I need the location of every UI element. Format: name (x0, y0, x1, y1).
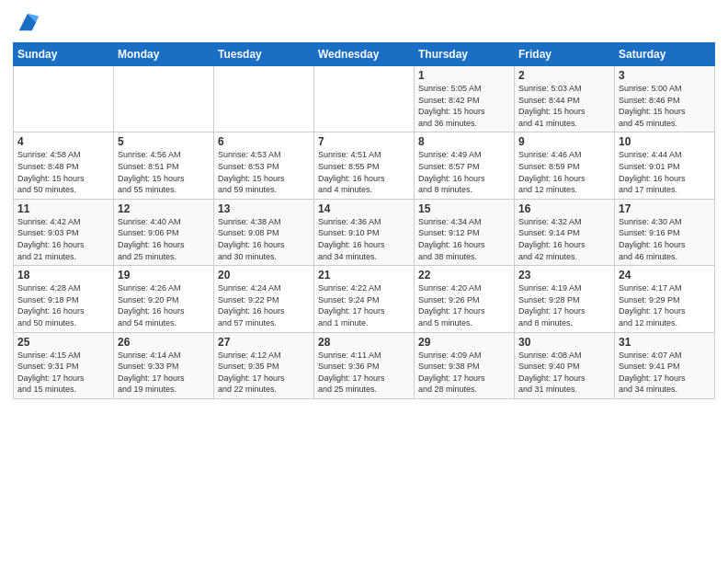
calendar-table: SundayMondayTuesdayWednesdayThursdayFrid… (13, 42, 715, 399)
calendar-body: 1Sunrise: 5:05 AMSunset: 8:42 PMDaylight… (14, 66, 715, 399)
week-row-0: 1Sunrise: 5:05 AMSunset: 8:42 PMDaylight… (14, 66, 715, 132)
day-number: 25 (17, 336, 109, 349)
day-info: Sunrise: 4:44 AMSunset: 9:01 PMDaylight:… (619, 149, 711, 195)
day-number: 23 (518, 269, 610, 282)
day-info: Sunrise: 4:58 AMSunset: 8:48 PMDaylight:… (17, 149, 109, 195)
day-info: Sunrise: 4:11 AMSunset: 9:36 PMDaylight:… (318, 350, 410, 396)
day-info: Sunrise: 4:28 AMSunset: 9:18 PMDaylight:… (17, 282, 109, 328)
day-info: Sunrise: 4:49 AMSunset: 8:57 PMDaylight:… (418, 149, 510, 195)
day-info: Sunrise: 4:36 AMSunset: 9:10 PMDaylight:… (318, 216, 410, 262)
day-info: Sunrise: 4:56 AMSunset: 8:51 PMDaylight:… (118, 149, 210, 195)
day-cell: 2Sunrise: 5:03 AMSunset: 8:44 PMDaylight… (515, 66, 615, 132)
day-number: 2 (518, 69, 610, 82)
day-cell (214, 66, 314, 132)
day-cell: 17Sunrise: 4:30 AMSunset: 9:16 PMDayligh… (615, 199, 715, 265)
day-cell: 12Sunrise: 4:40 AMSunset: 9:06 PMDayligh… (114, 199, 214, 265)
day-number: 28 (318, 336, 410, 349)
day-cell: 15Sunrise: 4:34 AMSunset: 9:12 PMDayligh… (415, 199, 515, 265)
logo-icon (15, 9, 40, 35)
day-info: Sunrise: 4:08 AMSunset: 9:40 PMDaylight:… (518, 350, 610, 396)
day-info: Sunrise: 5:00 AMSunset: 8:46 PMDaylight:… (619, 83, 711, 129)
day-cell: 26Sunrise: 4:14 AMSunset: 9:33 PMDayligh… (114, 332, 214, 398)
day-number: 4 (17, 135, 109, 148)
logo (13, 9, 40, 35)
day-number: 26 (118, 336, 210, 349)
week-row-1: 4Sunrise: 4:58 AMSunset: 8:48 PMDaylight… (14, 132, 715, 199)
header-thursday: Thursday (415, 43, 515, 66)
day-info: Sunrise: 4:20 AMSunset: 9:26 PMDaylight:… (418, 282, 510, 328)
day-cell: 24Sunrise: 4:17 AMSunset: 9:29 PMDayligh… (615, 266, 715, 332)
day-info: Sunrise: 4:32 AMSunset: 9:14 PMDaylight:… (518, 216, 610, 262)
day-info: Sunrise: 4:53 AMSunset: 8:53 PMDaylight:… (218, 149, 310, 195)
day-info: Sunrise: 4:40 AMSunset: 9:06 PMDaylight:… (118, 216, 210, 262)
day-number: 22 (418, 269, 510, 282)
day-cell (114, 66, 214, 132)
day-cell: 30Sunrise: 4:08 AMSunset: 9:40 PMDayligh… (515, 332, 615, 398)
day-cell: 6Sunrise: 4:53 AMSunset: 8:53 PMDaylight… (214, 132, 314, 199)
day-number: 3 (619, 69, 711, 82)
day-number: 13 (218, 202, 310, 215)
day-number: 17 (619, 202, 711, 215)
day-cell: 5Sunrise: 4:56 AMSunset: 8:51 PMDaylight… (114, 132, 214, 199)
day-info: Sunrise: 4:42 AMSunset: 9:03 PMDaylight:… (17, 216, 109, 262)
header-wednesday: Wednesday (314, 43, 415, 66)
day-number: 31 (619, 336, 711, 349)
day-cell: 1Sunrise: 5:05 AMSunset: 8:42 PMDaylight… (415, 66, 515, 132)
day-cell: 4Sunrise: 4:58 AMSunset: 8:48 PMDaylight… (14, 132, 114, 199)
day-cell: 23Sunrise: 4:19 AMSunset: 9:28 PMDayligh… (515, 266, 615, 332)
day-info: Sunrise: 4:38 AMSunset: 9:08 PMDaylight:… (218, 216, 310, 262)
header-monday: Monday (114, 43, 214, 66)
day-number: 30 (518, 336, 610, 349)
day-number: 6 (218, 135, 310, 148)
day-info: Sunrise: 4:26 AMSunset: 9:20 PMDaylight:… (118, 282, 210, 328)
day-cell: 14Sunrise: 4:36 AMSunset: 9:10 PMDayligh… (314, 199, 415, 265)
day-info: Sunrise: 4:51 AMSunset: 8:55 PMDaylight:… (318, 149, 410, 195)
day-info: Sunrise: 4:17 AMSunset: 9:29 PMDaylight:… (619, 282, 711, 328)
day-number: 19 (118, 269, 210, 282)
day-number: 1 (418, 69, 510, 82)
day-number: 9 (518, 135, 610, 148)
day-info: Sunrise: 4:24 AMSunset: 9:22 PMDaylight:… (218, 282, 310, 328)
day-number: 8 (418, 135, 510, 148)
day-cell: 28Sunrise: 4:11 AMSunset: 9:36 PMDayligh… (314, 332, 415, 398)
week-row-2: 11Sunrise: 4:42 AMSunset: 9:03 PMDayligh… (14, 199, 715, 265)
day-cell: 31Sunrise: 4:07 AMSunset: 9:41 PMDayligh… (615, 332, 715, 398)
day-cell: 3Sunrise: 5:00 AMSunset: 8:46 PMDaylight… (615, 66, 715, 132)
day-number: 12 (118, 202, 210, 215)
header-saturday: Saturday (615, 43, 715, 66)
calendar-header: SundayMondayTuesdayWednesdayThursdayFrid… (14, 43, 715, 66)
day-number: 18 (17, 269, 109, 282)
day-cell: 13Sunrise: 4:38 AMSunset: 9:08 PMDayligh… (214, 199, 314, 265)
page: SundayMondayTuesdayWednesdayThursdayFrid… (0, 0, 728, 563)
day-cell: 9Sunrise: 4:46 AMSunset: 8:59 PMDaylight… (515, 132, 615, 199)
day-number: 15 (418, 202, 510, 215)
header (13, 9, 715, 35)
day-info: Sunrise: 4:46 AMSunset: 8:59 PMDaylight:… (518, 149, 610, 195)
day-info: Sunrise: 4:12 AMSunset: 9:35 PMDaylight:… (218, 350, 310, 396)
day-info: Sunrise: 4:14 AMSunset: 9:33 PMDaylight:… (118, 350, 210, 396)
day-number: 29 (418, 336, 510, 349)
day-info: Sunrise: 4:34 AMSunset: 9:12 PMDaylight:… (418, 216, 510, 262)
day-number: 24 (619, 269, 711, 282)
day-number: 5 (118, 135, 210, 148)
week-row-4: 25Sunrise: 4:15 AMSunset: 9:31 PMDayligh… (14, 332, 715, 398)
day-info: Sunrise: 4:22 AMSunset: 9:24 PMDaylight:… (318, 282, 410, 328)
day-number: 7 (318, 135, 410, 148)
day-cell: 10Sunrise: 4:44 AMSunset: 9:01 PMDayligh… (615, 132, 715, 199)
day-cell: 20Sunrise: 4:24 AMSunset: 9:22 PMDayligh… (214, 266, 314, 332)
day-number: 16 (518, 202, 610, 215)
day-number: 11 (17, 202, 109, 215)
day-cell: 27Sunrise: 4:12 AMSunset: 9:35 PMDayligh… (214, 332, 314, 398)
day-number: 10 (619, 135, 711, 148)
day-cell: 22Sunrise: 4:20 AMSunset: 9:26 PMDayligh… (415, 266, 515, 332)
header-sunday: Sunday (14, 43, 114, 66)
day-cell: 21Sunrise: 4:22 AMSunset: 9:24 PMDayligh… (314, 266, 415, 332)
day-info: Sunrise: 4:07 AMSunset: 9:41 PMDaylight:… (619, 350, 711, 396)
day-cell: 7Sunrise: 4:51 AMSunset: 8:55 PMDaylight… (314, 132, 415, 199)
day-info: Sunrise: 4:15 AMSunset: 9:31 PMDaylight:… (17, 350, 109, 396)
day-cell: 18Sunrise: 4:28 AMSunset: 9:18 PMDayligh… (14, 266, 114, 332)
day-cell: 8Sunrise: 4:49 AMSunset: 8:57 PMDaylight… (415, 132, 515, 199)
day-cell (14, 66, 114, 132)
day-number: 27 (218, 336, 310, 349)
day-info: Sunrise: 4:09 AMSunset: 9:38 PMDaylight:… (418, 350, 510, 396)
